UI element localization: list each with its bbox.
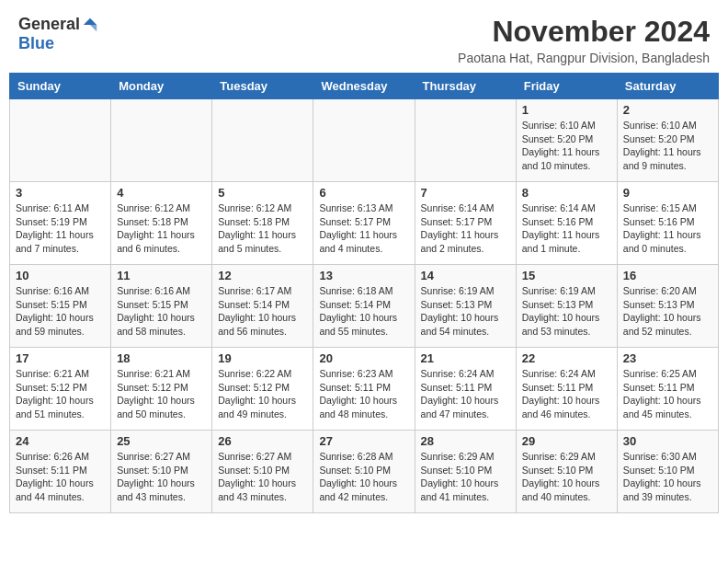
day-info: Sunrise: 6:21 AMSunset: 5:12 PMDaylight:… [117, 367, 206, 421]
calendar-cell: 12Sunrise: 6:17 AMSunset: 5:14 PMDayligh… [212, 265, 313, 348]
day-number: 13 [319, 269, 408, 282]
day-number: 2 [623, 103, 712, 117]
calendar-cell: 23Sunrise: 6:25 AMSunset: 5:11 PMDayligh… [617, 348, 718, 431]
calendar-cell [313, 99, 415, 182]
day-info: Sunrise: 6:14 AMSunset: 5:16 PMDaylight:… [522, 201, 611, 256]
col-wednesday: Wednesday [313, 74, 415, 99]
day-number: 10 [16, 269, 105, 282]
day-info: Sunrise: 6:24 AMSunset: 5:11 PMDaylight:… [421, 367, 510, 421]
day-number: 19 [218, 351, 307, 365]
col-sunday: Sunday [10, 74, 111, 99]
calendar-cell: 18Sunrise: 6:21 AMSunset: 5:12 PMDayligh… [111, 348, 212, 431]
day-info: Sunrise: 6:27 AMSunset: 5:10 PMDaylight:… [117, 450, 206, 504]
day-info: Sunrise: 6:23 AMSunset: 5:11 PMDaylight:… [319, 367, 408, 421]
day-number: 14 [421, 269, 510, 282]
day-info: Sunrise: 6:22 AMSunset: 5:12 PMDaylight:… [218, 367, 307, 421]
header-row: Sunday Monday Tuesday Wednesday Thursday… [10, 74, 719, 99]
col-monday: Monday [111, 74, 212, 99]
svg-marker-1 [90, 25, 97, 31]
day-info: Sunrise: 6:16 AMSunset: 5:15 PMDaylight:… [16, 284, 105, 339]
calendar-cell [212, 99, 313, 182]
day-info: Sunrise: 6:13 AMSunset: 5:17 PMDaylight:… [319, 201, 408, 256]
calendar-cell: 14Sunrise: 6:19 AMSunset: 5:13 PMDayligh… [415, 265, 516, 348]
calendar-cell: 3Sunrise: 6:11 AMSunset: 5:19 PMDaylight… [10, 182, 111, 265]
day-number: 24 [16, 434, 105, 448]
day-number: 23 [623, 351, 712, 365]
calendar-week-4: 17Sunrise: 6:21 AMSunset: 5:12 PMDayligh… [10, 348, 719, 431]
day-info: Sunrise: 6:24 AMSunset: 5:11 PMDaylight:… [522, 367, 611, 421]
day-number: 16 [623, 269, 712, 282]
calendar-cell: 30Sunrise: 6:30 AMSunset: 5:10 PMDayligh… [617, 431, 718, 513]
day-number: 27 [319, 434, 408, 448]
day-number: 3 [16, 186, 105, 200]
day-info: Sunrise: 6:16 AMSunset: 5:15 PMDaylight:… [117, 284, 206, 339]
calendar-cell: 11Sunrise: 6:16 AMSunset: 5:15 PMDayligh… [111, 265, 212, 348]
col-friday: Friday [516, 74, 617, 99]
day-number: 6 [319, 186, 408, 200]
logo: General Blue [18, 15, 98, 53]
calendar-week-1: 1Sunrise: 6:10 AMSunset: 5:20 PMDaylight… [10, 99, 719, 182]
calendar-cell: 1Sunrise: 6:10 AMSunset: 5:20 PMDaylight… [516, 99, 617, 182]
day-info: Sunrise: 6:20 AMSunset: 5:13 PMDaylight:… [623, 284, 712, 339]
logo-icon [82, 17, 98, 33]
calendar-cell: 17Sunrise: 6:21 AMSunset: 5:12 PMDayligh… [10, 348, 111, 431]
month-title: November 2024 [458, 15, 710, 49]
day-info: Sunrise: 6:15 AMSunset: 5:16 PMDaylight:… [623, 201, 712, 256]
calendar-cell: 20Sunrise: 6:23 AMSunset: 5:11 PMDayligh… [313, 348, 415, 431]
day-info: Sunrise: 6:29 AMSunset: 5:10 PMDaylight:… [421, 450, 510, 504]
calendar-cell: 24Sunrise: 6:26 AMSunset: 5:11 PMDayligh… [10, 431, 111, 513]
day-info: Sunrise: 6:18 AMSunset: 5:14 PMDaylight:… [319, 284, 408, 339]
col-tuesday: Tuesday [212, 74, 313, 99]
day-info: Sunrise: 6:12 AMSunset: 5:18 PMDaylight:… [117, 201, 206, 256]
day-info: Sunrise: 6:17 AMSunset: 5:14 PMDaylight:… [218, 284, 307, 339]
day-info: Sunrise: 6:27 AMSunset: 5:10 PMDaylight:… [218, 450, 307, 504]
calendar-cell: 26Sunrise: 6:27 AMSunset: 5:10 PMDayligh… [212, 431, 313, 513]
logo-blue-text: Blue [18, 34, 54, 53]
col-saturday: Saturday [617, 74, 718, 99]
day-info: Sunrise: 6:12 AMSunset: 5:18 PMDaylight:… [218, 201, 307, 256]
calendar-cell [111, 99, 212, 182]
day-number: 22 [522, 351, 611, 365]
calendar-cell: 19Sunrise: 6:22 AMSunset: 5:12 PMDayligh… [212, 348, 313, 431]
day-number: 25 [117, 434, 206, 448]
day-info: Sunrise: 6:28 AMSunset: 5:10 PMDaylight:… [319, 450, 408, 504]
calendar-cell: 2Sunrise: 6:10 AMSunset: 5:20 PMDaylight… [617, 99, 718, 182]
day-number: 9 [623, 186, 712, 200]
calendar-header: Sunday Monday Tuesday Wednesday Thursday… [10, 74, 719, 99]
day-info: Sunrise: 6:26 AMSunset: 5:11 PMDaylight:… [16, 450, 105, 504]
header: General Blue November 2024 Paotana Hat, … [0, 0, 728, 73]
day-number: 29 [522, 434, 611, 448]
day-number: 1 [522, 103, 611, 117]
calendar-cell: 29Sunrise: 6:29 AMSunset: 5:10 PMDayligh… [516, 431, 617, 513]
calendar-cell: 6Sunrise: 6:13 AMSunset: 5:17 PMDaylight… [313, 182, 415, 265]
calendar-cell [10, 99, 111, 182]
calendar-cell: 25Sunrise: 6:27 AMSunset: 5:10 PMDayligh… [111, 431, 212, 513]
calendar-cell: 27Sunrise: 6:28 AMSunset: 5:10 PMDayligh… [313, 431, 415, 513]
title-area: November 2024 Paotana Hat, Rangpur Divis… [458, 15, 710, 65]
day-number: 30 [623, 434, 712, 448]
calendar-wrapper: Sunday Monday Tuesday Wednesday Thursday… [0, 73, 728, 523]
day-info: Sunrise: 6:14 AMSunset: 5:17 PMDaylight:… [421, 201, 510, 256]
calendar-cell [415, 99, 516, 182]
day-info: Sunrise: 6:19 AMSunset: 5:13 PMDaylight:… [421, 284, 510, 339]
logo-general-text: General [18, 15, 80, 34]
day-info: Sunrise: 6:25 AMSunset: 5:11 PMDaylight:… [623, 367, 712, 421]
svg-marker-0 [84, 17, 97, 24]
calendar-cell: 22Sunrise: 6:24 AMSunset: 5:11 PMDayligh… [516, 348, 617, 431]
day-info: Sunrise: 6:30 AMSunset: 5:10 PMDaylight:… [623, 450, 712, 504]
day-info: Sunrise: 6:19 AMSunset: 5:13 PMDaylight:… [522, 284, 611, 339]
calendar-cell: 13Sunrise: 6:18 AMSunset: 5:14 PMDayligh… [313, 265, 415, 348]
calendar-cell: 5Sunrise: 6:12 AMSunset: 5:18 PMDaylight… [212, 182, 313, 265]
day-number: 12 [218, 269, 307, 282]
day-number: 26 [218, 434, 307, 448]
calendar-week-2: 3Sunrise: 6:11 AMSunset: 5:19 PMDaylight… [10, 182, 719, 265]
day-number: 11 [117, 269, 206, 282]
calendar-week-3: 10Sunrise: 6:16 AMSunset: 5:15 PMDayligh… [10, 265, 719, 348]
calendar-cell: 7Sunrise: 6:14 AMSunset: 5:17 PMDaylight… [415, 182, 516, 265]
calendar-body: 1Sunrise: 6:10 AMSunset: 5:20 PMDaylight… [10, 99, 719, 513]
day-number: 7 [421, 186, 510, 200]
day-info: Sunrise: 6:10 AMSunset: 5:20 PMDaylight:… [623, 119, 712, 173]
day-info: Sunrise: 6:29 AMSunset: 5:10 PMDaylight:… [522, 450, 611, 504]
day-info: Sunrise: 6:11 AMSunset: 5:19 PMDaylight:… [16, 201, 105, 256]
day-number: 4 [117, 186, 206, 200]
